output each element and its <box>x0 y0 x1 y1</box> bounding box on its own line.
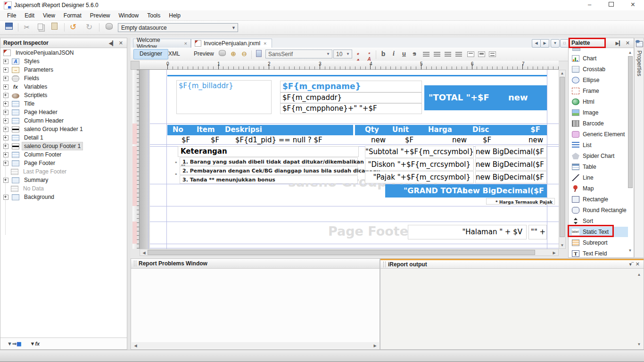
expand-icon[interactable] <box>3 59 8 64</box>
menu-file[interactable]: File <box>3 11 20 20</box>
pajak-label[interactable]: "Pajak "+$F{m_crcsymbol} <box>365 171 474 183</box>
tree-root-invoicepenjualanjson[interactable]: InvoicePenjualanJSON <box>0 49 127 57</box>
scrollbar-thumb[interactable] <box>560 77 565 237</box>
total-textfield[interactable]: "TOTAL "+$F new <box>424 85 547 110</box>
stray-quote-element[interactable]: "" <box>181 164 185 169</box>
detail-band-row[interactable]: $F $F $F{d1_pid} == null ? $F new $F new… <box>167 136 547 145</box>
scroll-tabs-left-icon[interactable]: ◀ <box>532 39 541 48</box>
stray-quote-element[interactable]: " <box>175 161 177 166</box>
billaddr-textfield[interactable]: $F{m_billaddr} <box>176 80 272 114</box>
close-tab-icon[interactable]: × <box>264 41 266 46</box>
table-header-right[interactable]: Qty Unit Harga Disc $F <box>355 125 547 135</box>
scrollbar-thumb[interactable] <box>628 56 633 188</box>
valign-middle-icon[interactable] <box>478 51 485 57</box>
scroll-up-icon[interactable]: ▲ <box>636 272 642 278</box>
expand-icon[interactable] <box>3 178 8 183</box>
menu-view[interactable]: View <box>39 11 59 20</box>
panel-splitter[interactable] <box>127 38 131 350</box>
tree-item-parameters[interactable]: Parameters <box>0 66 127 74</box>
cmpname-textfield[interactable]: $F{m_cmpname} <box>280 81 422 92</box>
scroll-down-icon[interactable]: ▼ <box>627 247 633 254</box>
datasource-icon[interactable] <box>104 23 114 32</box>
diskon-label[interactable]: "Diskon "+$F{m_crcsymbol} <box>365 158 474 171</box>
tree-item-page-footer[interactable]: Page Footer <box>0 159 127 167</box>
palette-item-round-rectangle[interactable]: Round Rectangle <box>569 205 628 215</box>
minimize-panel-icon[interactable]: ▶▎ <box>613 41 624 46</box>
palette-item-rectangle[interactable]: Rectangle <box>569 194 628 205</box>
expand-icon[interactable] <box>3 127 8 132</box>
ireport-output-header[interactable]: iReport output ▼̅ ✕ <box>380 259 644 269</box>
fx-filter-icon[interactable]: ▼fx <box>30 341 40 346</box>
palette-item-map[interactable]: Map <box>569 183 628 194</box>
tree-item-fields[interactable]: Fields <box>0 74 127 82</box>
save-all-icon[interactable] <box>4 23 14 32</box>
tree-item-summary[interactable]: Summary <box>0 176 127 184</box>
zoom-in-icon[interactable]: ⊕ <box>229 50 238 58</box>
expand-icon[interactable] <box>3 110 8 115</box>
note-2[interactable]: 2. Pembayaran dengan Cek/BG dianggap lun… <box>180 166 358 175</box>
font-family-combobox[interactable]: SansSerif ▼ <box>265 49 332 58</box>
maximize-button[interactable] <box>601 0 622 10</box>
formatting-tools-icon[interactable] <box>254 50 264 58</box>
expand-icon[interactable] <box>3 135 8 140</box>
scroll-right-icon[interactable]: ▶ <box>372 343 378 349</box>
subtotal-label[interactable]: "Subtotal "+$F{m_crcsymbol} <box>365 146 474 158</box>
scroll-up-icon[interactable]: ▲ <box>627 49 633 56</box>
preview-datasource-icon[interactable] <box>217 50 227 58</box>
tree-item-styles[interactable]: Styles <box>0 57 127 66</box>
copy-icon[interactable] <box>35 23 45 32</box>
expand-icon[interactable] <box>3 152 8 157</box>
scroll-tabs-right-icon[interactable]: ▶ <box>540 39 549 48</box>
filter-parameters-icon[interactable]: ▼⇒▦ <box>7 341 22 347</box>
view-xml-button[interactable]: XML <box>163 49 186 58</box>
palette-item-image[interactable]: Image <box>569 107 628 118</box>
expand-icon[interactable] <box>3 76 8 81</box>
close-panel-icon[interactable]: ✕ <box>118 40 124 46</box>
minimize-panel-icon[interactable]: ◀▎ <box>107 41 117 46</box>
minimize-button[interactable]: – <box>579 0 600 10</box>
bold-icon[interactable]: b <box>380 50 387 58</box>
palette-item-table[interactable]: Table <box>569 162 628 172</box>
expand-icon[interactable] <box>3 93 8 98</box>
tree-item-scriptlets[interactable]: Scriptlets <box>0 91 127 99</box>
scrollbar-thumb[interactable] <box>148 250 535 255</box>
palette-item-text-field[interactable]: Text Field <box>569 248 628 259</box>
palette-item-ellipse[interactable]: Ellipse <box>569 75 628 85</box>
menu-tools[interactable]: Tools <box>143 11 165 20</box>
cmpphone-textfield[interactable]: $F{m_cmpphone}+" "+$F <box>280 103 422 114</box>
tree-item-background[interactable]: Background <box>0 193 127 201</box>
problems-horizontal-scrollbar[interactable]: ◀ ▶ <box>132 342 379 349</box>
note-3[interactable]: 3. Tanda ** menunjukkan bonus <box>180 175 358 184</box>
align-left-icon[interactable] <box>423 52 429 57</box>
expand-icon[interactable] <box>3 118 8 123</box>
tab-invoicepenjualan[interactable]: InvoicePenjualan.jrxml × <box>191 39 272 48</box>
valign-bottom-icon[interactable] <box>489 51 496 57</box>
palette-item-html[interactable]: Html <box>569 97 628 107</box>
properties-side-tab[interactable]: Properties <box>634 38 644 258</box>
tree-item-title-band[interactable]: Title <box>0 99 127 108</box>
tree-item-group-header[interactable]: saleno Group Header 1 <box>0 125 127 133</box>
close-panel-icon[interactable]: ✕ <box>625 40 631 46</box>
valign-top-icon[interactable] <box>467 51 474 57</box>
expand-icon[interactable] <box>3 144 8 149</box>
keterangan-label[interactable]: Keterangan <box>178 146 359 157</box>
pajak-value[interactable]: new BigDecimal($F <box>475 171 547 183</box>
close-tab-icon[interactable]: × <box>184 41 187 46</box>
redo-icon[interactable]: ↻ <box>84 23 94 32</box>
underline-icon[interactable]: u <box>400 50 408 57</box>
align-center-icon[interactable] <box>445 52 451 57</box>
zoom-out-icon[interactable]: ⊖ <box>239 50 249 58</box>
note-1[interactable]: 1. Barang yang sudah dibeli tidak dapat … <box>180 157 358 166</box>
scroll-left-icon[interactable]: ◀ <box>132 343 139 349</box>
expand-icon[interactable] <box>3 101 8 107</box>
expand-icon[interactable] <box>3 84 8 90</box>
menu-help[interactable]: Help <box>165 11 185 20</box>
expand-icon[interactable] <box>3 161 8 166</box>
palette-item-frame[interactable]: Frame <box>569 86 628 96</box>
close-window-icon[interactable]: ✕ <box>635 261 641 267</box>
align-justify-icon[interactable] <box>434 52 440 57</box>
page-count-textfield[interactable]: "" + <box>528 225 547 239</box>
view-preview-button[interactable]: Preview <box>188 49 220 58</box>
expand-icon[interactable] <box>3 195 8 200</box>
palette-item-generic-element[interactable]: Generic Element <box>569 129 628 140</box>
